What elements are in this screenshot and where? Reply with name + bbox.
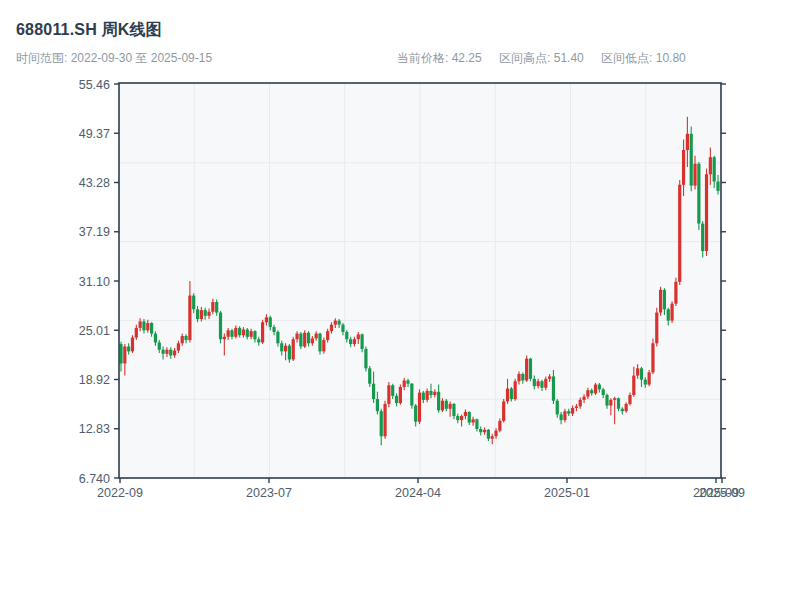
candle-up xyxy=(387,385,390,404)
candle-down xyxy=(429,391,432,395)
candle-up xyxy=(303,333,306,347)
candle-down xyxy=(567,411,570,413)
candle-up xyxy=(131,338,134,352)
y-tick-label: 43.28 xyxy=(79,176,110,190)
candle-down xyxy=(667,309,670,320)
candle-up xyxy=(498,421,501,431)
candle-down xyxy=(437,392,440,411)
candle-down xyxy=(713,157,716,181)
candle-down xyxy=(529,359,532,379)
candle-down xyxy=(204,310,207,316)
candle-down xyxy=(272,327,275,332)
candle-up xyxy=(563,411,566,420)
candle-down xyxy=(158,342,161,349)
candle-up xyxy=(571,408,574,414)
candle-up xyxy=(139,321,142,327)
candle-up xyxy=(517,374,520,381)
candle-up xyxy=(693,164,696,186)
candle-up xyxy=(625,404,628,411)
candle-down xyxy=(410,384,413,406)
candle-up xyxy=(582,397,585,400)
candle-up xyxy=(135,328,138,338)
candle-down xyxy=(395,396,398,403)
candle-up xyxy=(181,336,184,343)
candle-up xyxy=(295,334,298,340)
candle-up xyxy=(250,331,253,337)
candle-up xyxy=(686,134,689,150)
y-tick-label: 31.10 xyxy=(79,275,110,289)
candle-down xyxy=(288,346,291,360)
candle-up xyxy=(173,351,176,356)
candle-up xyxy=(594,385,597,394)
y-tick-label: 25.01 xyxy=(79,324,110,338)
candle-up xyxy=(242,330,245,336)
candle-down xyxy=(372,384,375,399)
candle-up xyxy=(265,317,268,322)
candle-up xyxy=(659,290,662,313)
candle-up xyxy=(674,282,677,304)
candle-down xyxy=(299,334,302,347)
candle-up xyxy=(628,395,631,404)
candle-up xyxy=(334,321,337,325)
candle-up xyxy=(357,334,360,339)
candle-up xyxy=(146,323,149,330)
candle-up xyxy=(544,379,547,388)
y-tick-label: 55.46 xyxy=(79,78,110,92)
candle-up xyxy=(441,401,444,411)
candle-down xyxy=(468,412,471,423)
candle-down xyxy=(406,380,409,383)
candle-down xyxy=(280,343,283,351)
candle-down xyxy=(253,331,256,339)
candle-down xyxy=(552,376,555,400)
candle-down xyxy=(215,302,218,313)
candle-up xyxy=(123,347,126,364)
candle-down xyxy=(533,379,536,386)
candle-up xyxy=(223,337,226,339)
candle-down xyxy=(318,334,321,352)
candle-down xyxy=(368,368,371,383)
candle-up xyxy=(177,343,180,350)
candle-down xyxy=(663,290,666,309)
candle-down xyxy=(479,429,482,432)
candle-up xyxy=(227,330,230,336)
candle-up xyxy=(188,296,191,340)
candle-down xyxy=(142,321,145,330)
candle-up xyxy=(464,412,467,416)
candle-down xyxy=(414,406,417,422)
candle-down xyxy=(184,336,187,340)
candle-up xyxy=(494,431,497,437)
candle-up xyxy=(471,419,474,422)
y-tick-label: 37.19 xyxy=(79,225,110,239)
candle-down xyxy=(150,323,153,334)
candle-up xyxy=(211,302,214,312)
candle-up xyxy=(514,381,517,399)
candle-up xyxy=(548,376,551,378)
candle-up xyxy=(491,436,494,438)
candle-up xyxy=(709,157,712,174)
candle-down xyxy=(364,349,367,368)
candle-down xyxy=(598,385,601,390)
candle-down xyxy=(422,393,425,400)
kline-chart: 55.4649.3743.2837.1931.1025.0118.9212.83… xyxy=(0,0,800,600)
x-tick-label: 2024-04 xyxy=(395,486,441,500)
candle-down xyxy=(345,332,348,339)
candle-down xyxy=(690,134,693,186)
candle-up xyxy=(579,400,582,406)
candle-down xyxy=(127,347,130,352)
candle-up xyxy=(632,376,635,395)
candle-up xyxy=(315,334,318,339)
candle-down xyxy=(376,399,379,411)
candle-up xyxy=(165,350,168,354)
candle-down xyxy=(456,416,459,420)
x-tick-label: 2022-09 xyxy=(97,486,143,500)
candle-down xyxy=(644,380,647,385)
candle-up xyxy=(506,389,509,402)
y-tick-label: 18.92 xyxy=(79,373,110,387)
candle-up xyxy=(483,430,486,432)
candle-up xyxy=(330,325,333,331)
candle-down xyxy=(246,330,249,337)
candle-down xyxy=(269,317,272,327)
candle-down xyxy=(307,333,310,344)
candle-down xyxy=(196,309,199,319)
candle-down xyxy=(238,328,241,335)
